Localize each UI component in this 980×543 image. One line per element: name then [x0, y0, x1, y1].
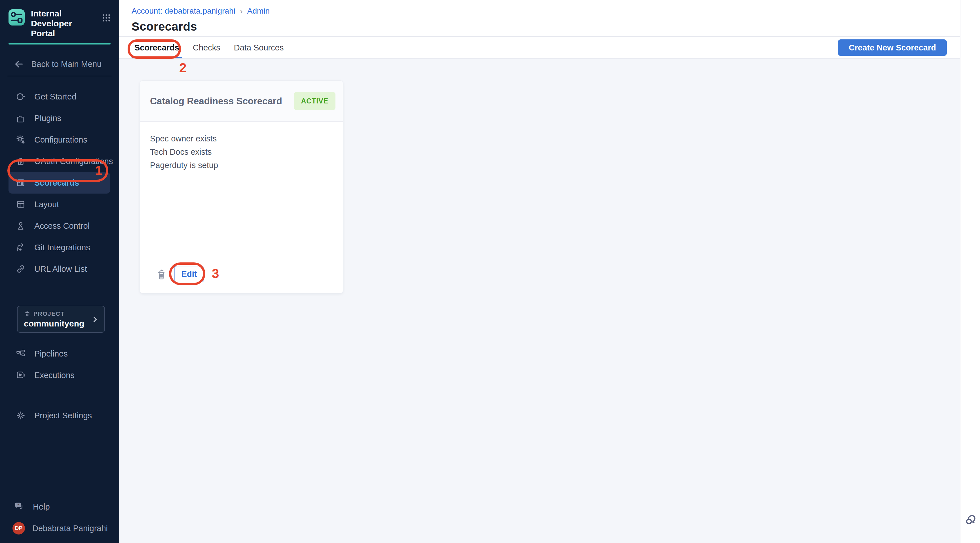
check-item: Tech Docs exists [150, 145, 333, 159]
scorecard-card-body: Spec owner exists Tech Docs exists Pager… [140, 122, 343, 172]
svg-text:?: ? [17, 503, 19, 507]
status-badge: ACTIVE [294, 92, 336, 110]
create-new-scorecard-button[interactable]: Create New Scorecard [838, 40, 947, 56]
settings-nav: Project Settings [0, 405, 119, 426]
puzzle-icon [16, 113, 26, 123]
breadcrumb-separator: › [239, 6, 243, 16]
scorecard-icon [16, 178, 26, 188]
chat-bubbles-icon [964, 513, 978, 527]
sidebar-divider [7, 76, 112, 76]
app-title: Internal Developer Portal [31, 8, 95, 38]
sidebar-item-label: Layout [34, 200, 59, 209]
gears-icon [16, 135, 26, 145]
chat-widget-button[interactable] [964, 513, 978, 527]
main-area: Account: debabrata.panigrahi › Admin Sco… [119, 0, 960, 543]
tab-data-sources[interactable]: Data Sources [233, 37, 285, 59]
user-menu[interactable]: DP Debabrata Panigrahi [0, 518, 119, 539]
arrow-left-icon [14, 59, 24, 70]
page-title: Scorecards [132, 20, 960, 33]
breadcrumb-admin-link[interactable]: Admin [247, 6, 270, 16]
sidebar-accent-divider [8, 43, 111, 44]
tab-checks[interactable]: Checks [192, 37, 221, 59]
admin-nav: Get Started Plugins Configurations [0, 86, 119, 280]
back-to-main-menu-button[interactable]: Back to Main Menu [14, 57, 119, 71]
avatar: DP [13, 522, 25, 535]
sidebar-item-label: Access Control [34, 221, 90, 231]
user-name: Debabrata Panigrahi [32, 524, 108, 533]
project-nav: Pipelines Executions [0, 343, 119, 386]
help-chat-icon: ? [14, 501, 25, 513]
project-name: communityeng [24, 319, 84, 329]
sidebar-item-git-integrations[interactable]: Git Integrations [0, 237, 119, 258]
sidebar-item-access-control[interactable]: Access Control [0, 215, 119, 237]
app-switcher-grid-icon[interactable] [102, 13, 111, 23]
gear-icon [16, 410, 26, 421]
sidebar-item-label: Plugins [34, 114, 61, 123]
project-selector[interactable]: PROJECT communityeng [17, 306, 105, 333]
breadcrumb-account-link[interactable]: Account: debabrata.panigrahi [132, 6, 235, 16]
sidebar-item-configurations[interactable]: Configurations [0, 129, 119, 151]
sidebar-item-oauth-configurations[interactable]: OAuth Configurations [0, 151, 119, 172]
sidebar-item-label: Executions [34, 371, 75, 380]
get-started-icon [16, 92, 26, 102]
help-button[interactable]: ? Help [0, 496, 119, 518]
project-label: PROJECT [33, 310, 65, 317]
delete-scorecard-button[interactable] [156, 268, 167, 280]
scorecard-card-footer: Edit [156, 266, 204, 282]
link-icon [16, 264, 26, 274]
executions-icon [16, 370, 26, 380]
sidebar-item-project-settings[interactable]: Project Settings [0, 405, 119, 426]
scorecard-card-header: Catalog Readiness Scorecard ACTIVE [140, 81, 343, 122]
sidebar-item-label: URL Allow List [34, 264, 87, 274]
check-item: Pagerduty is setup [150, 159, 333, 172]
sidebar: Internal Developer Portal Back to Main M… [0, 0, 119, 543]
sidebar-item-label: Get Started [34, 92, 76, 102]
git-branch-icon [16, 242, 26, 252]
layout-icon [16, 199, 26, 210]
pipelines-icon [16, 349, 26, 359]
person-icon [16, 221, 26, 231]
sidebar-item-get-started[interactable]: Get Started [0, 86, 119, 107]
tab-scorecards[interactable]: Scorecards [134, 37, 180, 59]
sidebar-item-executions[interactable]: Executions [0, 364, 119, 386]
layers-icon [24, 310, 30, 317]
lock-icon [16, 156, 26, 166]
app-logo-row: Internal Developer Portal [8, 8, 111, 38]
edit-scorecard-button[interactable]: Edit [174, 266, 204, 282]
scorecard-title: Catalog Readiness Scorecard [150, 96, 282, 106]
breadcrumb: Account: debabrata.panigrahi › Admin [132, 6, 960, 16]
page-header: Account: debabrata.panigrahi › Admin Sco… [119, 0, 960, 37]
sidebar-item-layout[interactable]: Layout [0, 194, 119, 215]
sidebar-item-scorecards[interactable]: Scorecards [8, 172, 110, 194]
sidebar-item-label: Configurations [34, 135, 88, 144]
back-to-main-menu-label: Back to Main Menu [31, 60, 102, 69]
app-logo-icon [8, 10, 25, 25]
content-area: Catalog Readiness Scorecard ACTIVE Spec … [119, 59, 960, 543]
sidebar-item-label: Scorecards [34, 178, 79, 187]
sidebar-item-label: Project Settings [34, 411, 92, 420]
trash-icon [156, 268, 167, 280]
sidebar-item-label: OAuth Configurations [34, 157, 113, 166]
sidebar-item-label: Git Integrations [34, 243, 90, 252]
sidebar-item-url-allow-list[interactable]: URL Allow List [0, 258, 119, 280]
sidebar-item-plugins[interactable]: Plugins [0, 107, 119, 129]
tab-bar: Scorecards Checks Data Sources Create Ne… [119, 37, 960, 59]
sidebar-item-label: Pipelines [34, 349, 68, 359]
help-label: Help [33, 502, 50, 511]
sidebar-item-pipelines[interactable]: Pipelines [0, 343, 119, 364]
scorecard-card: Catalog Readiness Scorecard ACTIVE Spec … [140, 81, 343, 293]
right-panel [960, 0, 980, 543]
check-item: Spec owner exists [150, 132, 333, 145]
chevron-right-icon [91, 315, 99, 324]
